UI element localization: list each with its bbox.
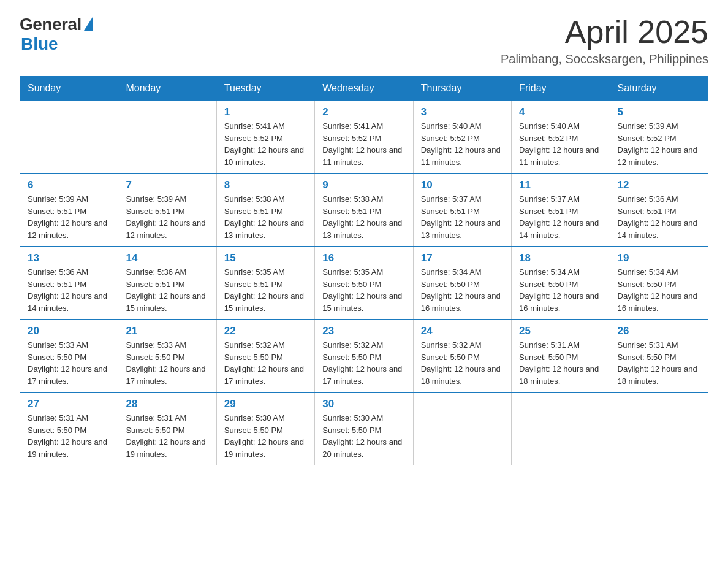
day-info: Sunrise: 5:36 AMSunset: 5:51 PMDaylight:…	[28, 266, 110, 314]
day-info: Sunrise: 5:40 AMSunset: 5:52 PMDaylight:…	[519, 120, 602, 168]
day-number: 14	[126, 252, 208, 264]
calendar-cell: 27Sunrise: 5:31 AMSunset: 5:50 PMDayligh…	[20, 393, 118, 465]
day-info: Sunrise: 5:32 AMSunset: 5:50 PMDaylight:…	[322, 339, 405, 387]
calendar-header: SundayMondayTuesdayWednesdayThursdayFrid…	[20, 77, 708, 101]
calendar-cell: 6Sunrise: 5:39 AMSunset: 5:51 PMDaylight…	[20, 174, 118, 247]
calendar-cell: 17Sunrise: 5:34 AMSunset: 5:50 PMDayligh…	[413, 247, 511, 320]
day-info: Sunrise: 5:34 AMSunset: 5:50 PMDaylight:…	[519, 266, 602, 314]
logo: General Blue	[20, 15, 93, 54]
day-info: Sunrise: 5:39 AMSunset: 5:51 PMDaylight:…	[126, 193, 208, 241]
day-number: 4	[519, 106, 602, 118]
header-day-tuesday: Tuesday	[216, 77, 314, 101]
calendar-cell: 3Sunrise: 5:40 AMSunset: 5:52 PMDaylight…	[413, 101, 511, 174]
day-number: 28	[126, 398, 208, 410]
day-number: 16	[322, 252, 405, 264]
calendar-cell: 12Sunrise: 5:36 AMSunset: 5:51 PMDayligh…	[610, 174, 708, 247]
calendar-cell: 21Sunrise: 5:33 AMSunset: 5:50 PMDayligh…	[118, 320, 216, 393]
week-row-4: 20Sunrise: 5:33 AMSunset: 5:50 PMDayligh…	[20, 320, 708, 393]
day-number: 8	[224, 179, 307, 191]
day-number: 12	[618, 179, 700, 191]
day-number: 18	[519, 252, 602, 264]
day-number: 13	[28, 252, 110, 264]
logo-blue-text: Blue	[21, 34, 58, 54]
day-number: 9	[322, 179, 405, 191]
day-info: Sunrise: 5:36 AMSunset: 5:51 PMDaylight:…	[126, 266, 208, 314]
day-number: 26	[618, 325, 700, 337]
calendar-cell	[610, 393, 708, 465]
day-info: Sunrise: 5:33 AMSunset: 5:50 PMDaylight:…	[126, 339, 208, 387]
day-number: 20	[28, 325, 110, 337]
month-title: April 2025	[501, 15, 708, 50]
calendar-cell: 9Sunrise: 5:38 AMSunset: 5:51 PMDaylight…	[315, 174, 413, 247]
calendar-cell: 18Sunrise: 5:34 AMSunset: 5:50 PMDayligh…	[512, 247, 610, 320]
calendar-cell: 2Sunrise: 5:41 AMSunset: 5:52 PMDaylight…	[315, 101, 413, 174]
header-day-friday: Friday	[512, 77, 610, 101]
calendar-cell: 14Sunrise: 5:36 AMSunset: 5:51 PMDayligh…	[118, 247, 216, 320]
day-info: Sunrise: 5:41 AMSunset: 5:52 PMDaylight:…	[224, 120, 307, 168]
calendar-cell: 29Sunrise: 5:30 AMSunset: 5:50 PMDayligh…	[216, 393, 314, 465]
day-number: 29	[224, 398, 307, 410]
calendar-cell	[20, 101, 118, 174]
day-info: Sunrise: 5:31 AMSunset: 5:50 PMDaylight:…	[28, 412, 110, 460]
day-number: 1	[224, 106, 307, 118]
calendar-cell	[118, 101, 216, 174]
day-number: 19	[618, 252, 700, 264]
day-info: Sunrise: 5:35 AMSunset: 5:50 PMDaylight:…	[322, 266, 405, 314]
day-number: 3	[421, 106, 504, 118]
day-info: Sunrise: 5:41 AMSunset: 5:52 PMDaylight:…	[322, 120, 405, 168]
day-info: Sunrise: 5:32 AMSunset: 5:50 PMDaylight:…	[421, 339, 504, 387]
day-number: 17	[421, 252, 504, 264]
day-info: Sunrise: 5:39 AMSunset: 5:52 PMDaylight:…	[618, 120, 700, 168]
header-day-saturday: Saturday	[610, 77, 708, 101]
title-section: April 2025 Palimbang, Soccsksargen, Phil…	[501, 15, 708, 66]
day-number: 24	[421, 325, 504, 337]
calendar-cell: 13Sunrise: 5:36 AMSunset: 5:51 PMDayligh…	[20, 247, 118, 320]
week-row-5: 27Sunrise: 5:31 AMSunset: 5:50 PMDayligh…	[20, 393, 708, 465]
day-number: 5	[618, 106, 700, 118]
day-number: 6	[28, 179, 110, 191]
day-info: Sunrise: 5:30 AMSunset: 5:50 PMDaylight:…	[322, 412, 405, 460]
calendar-cell: 30Sunrise: 5:30 AMSunset: 5:50 PMDayligh…	[315, 393, 413, 465]
day-number: 23	[322, 325, 405, 337]
day-info: Sunrise: 5:40 AMSunset: 5:52 PMDaylight:…	[421, 120, 504, 168]
day-number: 2	[322, 106, 405, 118]
calendar-cell: 24Sunrise: 5:32 AMSunset: 5:50 PMDayligh…	[413, 320, 511, 393]
week-row-2: 6Sunrise: 5:39 AMSunset: 5:51 PMDaylight…	[20, 174, 708, 247]
day-info: Sunrise: 5:31 AMSunset: 5:50 PMDaylight:…	[126, 412, 208, 460]
day-info: Sunrise: 5:36 AMSunset: 5:51 PMDaylight:…	[618, 193, 700, 241]
calendar-cell: 23Sunrise: 5:32 AMSunset: 5:50 PMDayligh…	[315, 320, 413, 393]
calendar-cell: 20Sunrise: 5:33 AMSunset: 5:50 PMDayligh…	[20, 320, 118, 393]
day-info: Sunrise: 5:32 AMSunset: 5:50 PMDaylight:…	[224, 339, 307, 387]
location-title: Palimbang, Soccsksargen, Philippines	[501, 52, 708, 66]
header-day-thursday: Thursday	[413, 77, 511, 101]
day-info: Sunrise: 5:34 AMSunset: 5:50 PMDaylight:…	[618, 266, 700, 314]
calendar-cell: 7Sunrise: 5:39 AMSunset: 5:51 PMDaylight…	[118, 174, 216, 247]
day-info: Sunrise: 5:39 AMSunset: 5:51 PMDaylight:…	[28, 193, 110, 241]
day-info: Sunrise: 5:35 AMSunset: 5:51 PMDaylight:…	[224, 266, 307, 314]
day-info: Sunrise: 5:31 AMSunset: 5:50 PMDaylight:…	[618, 339, 700, 387]
week-row-1: 1Sunrise: 5:41 AMSunset: 5:52 PMDaylight…	[20, 101, 708, 174]
day-info: Sunrise: 5:37 AMSunset: 5:51 PMDaylight:…	[421, 193, 504, 241]
day-info: Sunrise: 5:38 AMSunset: 5:51 PMDaylight:…	[224, 193, 307, 241]
header: General Blue April 2025 Palimbang, Soccs…	[20, 15, 708, 66]
calendar-cell: 10Sunrise: 5:37 AMSunset: 5:51 PMDayligh…	[413, 174, 511, 247]
calendar-cell	[512, 393, 610, 465]
day-info: Sunrise: 5:33 AMSunset: 5:50 PMDaylight:…	[28, 339, 110, 387]
calendar-cell: 1Sunrise: 5:41 AMSunset: 5:52 PMDaylight…	[216, 101, 314, 174]
day-number: 25	[519, 325, 602, 337]
day-number: 7	[126, 179, 208, 191]
day-info: Sunrise: 5:38 AMSunset: 5:51 PMDaylight:…	[322, 193, 405, 241]
day-info: Sunrise: 5:37 AMSunset: 5:51 PMDaylight:…	[519, 193, 602, 241]
day-info: Sunrise: 5:30 AMSunset: 5:50 PMDaylight:…	[224, 412, 307, 460]
calendar-cell: 11Sunrise: 5:37 AMSunset: 5:51 PMDayligh…	[512, 174, 610, 247]
day-number: 21	[126, 325, 208, 337]
header-day-monday: Monday	[118, 77, 216, 101]
calendar-cell: 25Sunrise: 5:31 AMSunset: 5:50 PMDayligh…	[512, 320, 610, 393]
calendar-cell: 4Sunrise: 5:40 AMSunset: 5:52 PMDaylight…	[512, 101, 610, 174]
calendar-cell: 5Sunrise: 5:39 AMSunset: 5:52 PMDaylight…	[610, 101, 708, 174]
logo-general-text: General	[20, 15, 82, 34]
day-number: 10	[421, 179, 504, 191]
calendar-cell: 15Sunrise: 5:35 AMSunset: 5:51 PMDayligh…	[216, 247, 314, 320]
calendar-cell	[413, 393, 511, 465]
day-number: 15	[224, 252, 307, 264]
